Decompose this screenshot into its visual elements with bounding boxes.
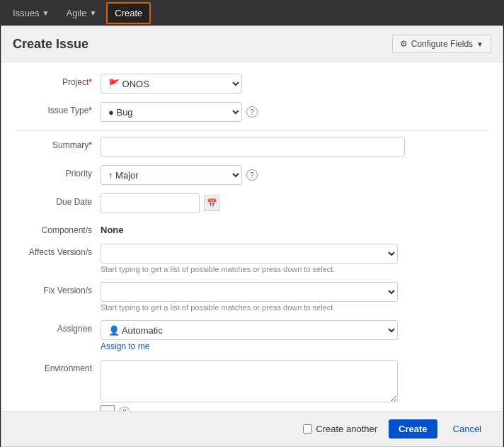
- due-date-control: 📅: [101, 193, 488, 213]
- affects-version-label: Affects Version/s: [16, 244, 101, 257]
- assignee-select[interactable]: 👤 Automatic: [101, 320, 398, 340]
- summary-label: Summary*: [16, 137, 101, 150]
- issues-arrow: ▼: [42, 9, 50, 17]
- issue-type-control: ● Bug ?: [101, 102, 488, 122]
- priority-control: ↑ Major ?: [101, 165, 488, 185]
- affects-version-row: Affects Version/s Start typing to get a …: [16, 244, 488, 273]
- assignee-control: 👤 Automatic Assign to me: [101, 320, 488, 351]
- issue-type-control-row: ● Bug ?: [101, 102, 488, 122]
- project-select[interactable]: 🚩 ONOS: [101, 74, 242, 94]
- priority-label: Priority: [16, 165, 101, 179]
- create-another-checkbox[interactable]: [303, 424, 312, 434]
- environment-label: Environment: [16, 360, 101, 373]
- fix-version-row: Fix Version/s Start typing to get a list…: [16, 282, 488, 312]
- priority-row: Priority ↑ Major ?: [16, 165, 488, 185]
- issue-type-select[interactable]: ● Bug: [101, 102, 242, 122]
- create-another-label[interactable]: Create another: [303, 424, 377, 434]
- modal-overlay: Create Issue ⚙ Configure Fields ▼ Projec…: [0, 26, 504, 447]
- fix-version-control: Start typing to get a list of possible m…: [101, 282, 488, 312]
- priority-select[interactable]: ↑ Major: [101, 165, 242, 185]
- calendar-icon[interactable]: 📅: [204, 196, 219, 211]
- modal-title: Create Issue: [13, 37, 88, 52]
- agile-menu[interactable]: Agile ▼: [59, 4, 103, 23]
- components-label: Component/s: [16, 222, 101, 235]
- configure-fields-label: Configure Fields: [411, 39, 473, 49]
- agile-arrow: ▼: [89, 9, 96, 17]
- affects-version-select[interactable]: [101, 244, 398, 264]
- form-section: Project* 🚩 ONOS Issue Type*: [1, 62, 503, 411]
- environment-row: Environment ≡ ? For example operating sy…: [16, 360, 488, 411]
- create-another-text: Create another: [316, 424, 377, 434]
- fix-version-select[interactable]: [101, 282, 398, 302]
- create-submit-button[interactable]: Create: [389, 419, 437, 438]
- due-date-row: Due Date 📅: [16, 193, 488, 213]
- affects-version-hint: Start typing to get a list of possible m…: [101, 265, 488, 273]
- project-control-row: 🚩 ONOS: [101, 74, 488, 94]
- agile-label: Agile: [66, 8, 86, 18]
- summary-row: Summary*: [16, 137, 488, 157]
- summary-control: [101, 137, 488, 157]
- create-button[interactable]: Create: [106, 2, 151, 24]
- issue-type-label: Issue Type*: [16, 102, 101, 115]
- issues-label: Issues: [13, 8, 40, 18]
- project-control: 🚩 ONOS: [101, 74, 488, 94]
- issue-type-help-icon[interactable]: ?: [246, 106, 258, 118]
- environment-textarea[interactable]: [101, 360, 398, 402]
- textarea-toolbar: ≡ ?: [101, 405, 488, 411]
- cancel-button[interactable]: Cancel: [443, 419, 491, 438]
- required-marker: *: [88, 77, 92, 87]
- components-control: None: [101, 222, 488, 235]
- required-marker3: *: [88, 140, 92, 150]
- fix-version-label: Fix Version/s: [16, 282, 101, 295]
- due-date-control-row: 📅: [101, 193, 488, 213]
- modal-footer: Create another Create Cancel: [1, 411, 503, 446]
- create-label: Create: [115, 8, 142, 18]
- summary-input[interactable]: [101, 137, 405, 157]
- due-date-input[interactable]: [101, 193, 200, 213]
- issue-type-row: Issue Type* ● Bug ?: [16, 102, 488, 122]
- required-marker2: *: [88, 106, 92, 115]
- priority-help-icon[interactable]: ?: [246, 169, 258, 181]
- modal-body: Project* 🚩 ONOS Issue Type*: [1, 62, 503, 411]
- create-issue-modal: Create Issue ⚙ Configure Fields ▼ Projec…: [1, 26, 503, 447]
- chevron-down-icon: ▼: [476, 40, 483, 48]
- top-bar: Issues ▼ Agile ▼ Create: [0, 0, 504, 26]
- form-divider-1: [16, 130, 488, 131]
- modal-header: Create Issue ⚙ Configure Fields ▼: [1, 26, 503, 62]
- fix-version-hint: Start typing to get a list of possible m…: [101, 303, 488, 312]
- assignee-row: Assignee 👤 Automatic Assign to me: [16, 320, 488, 351]
- configure-fields-button[interactable]: ⚙ Configure Fields ▼: [392, 35, 491, 53]
- assign-to-me-link[interactable]: Assign to me: [101, 341, 488, 351]
- project-row: Project* 🚩 ONOS: [16, 74, 488, 94]
- issues-menu[interactable]: Issues ▼: [6, 4, 56, 23]
- environment-control: ≡ ? For example operating system, softwa…: [101, 360, 488, 411]
- due-date-label: Due Date: [16, 193, 101, 207]
- priority-control-row: ↑ Major ?: [101, 165, 488, 185]
- components-value: None: [101, 222, 488, 235]
- text-format-button[interactable]: ≡: [101, 405, 115, 411]
- affects-version-control: Start typing to get a list of possible m…: [101, 244, 488, 273]
- components-row: Component/s None: [16, 222, 488, 235]
- gear-icon: ⚙: [400, 39, 408, 49]
- assignee-label: Assignee: [16, 320, 101, 334]
- project-label: Project*: [16, 74, 101, 87]
